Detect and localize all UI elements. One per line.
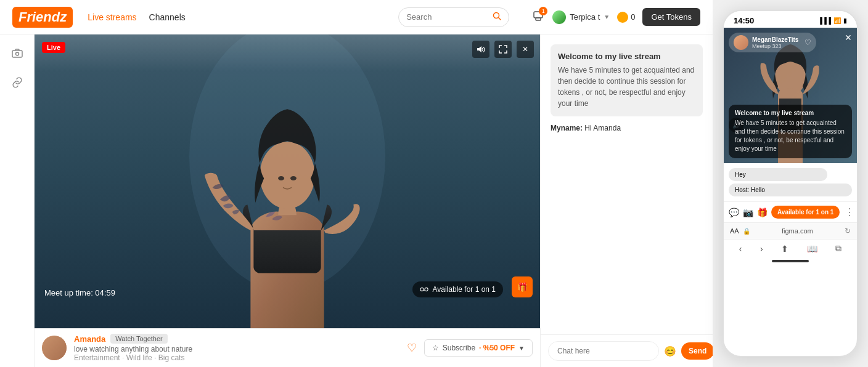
streamer-name-row: Amanda Watch Together — [74, 334, 399, 344]
streamer-info: Amanda Watch Together love watching anyt… — [74, 334, 399, 362]
phone-mockup: 14:50 ▐▐▐ 📶 ▮ — [723, 10, 858, 357]
chat-welcome-text: We have 5 minutes to get acquainted and … — [558, 65, 695, 109]
phone-gift-icon[interactable]: 🎁 — [757, 208, 768, 217]
phone-msg-hey: Hey — [729, 168, 827, 181]
phone-streamer-sub: Meetup 323 — [752, 43, 798, 49]
phone-speech-icon[interactable]: 💬 — [729, 208, 739, 217]
svg-point-7 — [260, 142, 314, 209]
nav-channels[interactable]: Channels — [149, 12, 186, 22]
watch-together-badge: Watch Together — [110, 334, 167, 344]
token-icon — [617, 12, 628, 23]
volume-button[interactable] — [472, 41, 489, 58]
chat-panel: Welcome to my live stream We have 5 minu… — [540, 34, 713, 367]
signal-icon: ▐▐▐ — [818, 17, 831, 24]
phone-forward-button[interactable]: › — [760, 244, 763, 254]
subscribe-discount: · %50 OFF — [479, 344, 515, 352]
video-container: Live ✕ — [35, 34, 540, 328]
phone-streamer-pill: MeganBlazeTits Meetup 323 ♡ — [729, 33, 816, 52]
chat-welcome: Welcome to my live stream We have 5 minu… — [551, 44, 703, 116]
phone-more-icon[interactable]: ⋮ — [845, 206, 854, 218]
phone-status-bar: 14:50 ▐▐▐ 📶 ▮ — [724, 11, 857, 28]
battery-icon: ▮ — [843, 17, 847, 24]
svg-point-8 — [278, 176, 284, 180]
nav-live-streams[interactable]: Live streams — [88, 12, 136, 22]
phone-browser-bar: AA 🔒 figma.com ↻ — [724, 222, 857, 239]
available-text: Available for 1 on 1 — [432, 285, 496, 294]
svg-line-1 — [499, 17, 501, 20]
phone-bookmarks-button[interactable]: 📖 — [807, 244, 817, 254]
emoji-button[interactable]: 😊 — [664, 345, 676, 357]
meet-up-time: Meet up time: 04:59 — [44, 288, 115, 297]
svg-point-9 — [290, 176, 297, 180]
phone-welcome-bubble: Welcome to my live stream We have 5 minu… — [729, 105, 852, 158]
svg-point-11 — [425, 288, 428, 291]
live-badge: Live — [42, 42, 65, 53]
send-button[interactable]: Send — [681, 342, 713, 360]
phone-chat-actions: 💬 📷 🎁 Available for 1 on 1 ⋮ — [724, 201, 857, 222]
phone-tabs-button[interactable]: ⧉ — [835, 243, 841, 254]
phone-share-button[interactable]: ⬆ — [781, 244, 788, 254]
streamer-bar: Amanda Watch Together love watching anyt… — [35, 328, 540, 367]
heart-button[interactable]: ♡ — [407, 341, 417, 355]
wifi-icon: 📶 — [833, 17, 841, 24]
chevron-down-icon: ▼ — [604, 14, 610, 20]
svg-point-10 — [420, 288, 424, 291]
header: Friendz Live streams Channels 1 — [0, 0, 713, 34]
phone-url-bar[interactable]: figma.com — [754, 227, 841, 235]
streamer-avatar — [42, 336, 67, 360]
phone-streamer-avatar — [734, 35, 748, 50]
chat-input[interactable] — [548, 341, 659, 361]
get-tokens-button[interactable]: Get Tokens — [642, 8, 700, 26]
search-input[interactable] — [406, 12, 488, 22]
phone-video-overlay: MeganBlazeTits Meetup 323 ♡ ✕ — [724, 28, 857, 57]
svg-rect-4 — [12, 50, 22, 57]
phone-msg-host: Host: Hello — [729, 184, 852, 196]
phone-streamer-info: MeganBlazeTits Meetup 323 — [752, 36, 798, 49]
header-right: 1 Terpica t ▼ 0 Get Tokens — [531, 8, 700, 26]
subscribe-button[interactable]: ☆ Subscribe · %50 OFF ▼ — [424, 339, 533, 357]
user-menu[interactable]: Terpica t ▼ — [552, 10, 610, 24]
phone-nav-bar: ‹ › ⬆ 📖 ⧉ — [724, 239, 857, 257]
user-name: Terpica t — [570, 12, 600, 22]
tokens-count: 0 — [617, 12, 635, 23]
streamer-name: Amanda — [74, 334, 105, 344]
svg-rect-3 — [536, 18, 541, 20]
chat-message: Myname: Hi Amanda — [551, 124, 703, 132]
phone-bubble-text: We have 5 minutes to get acquainted and … — [735, 119, 846, 153]
gift-button[interactable]: 🎁 — [512, 276, 533, 297]
video-section: Live ✕ — [35, 34, 540, 367]
chat-input-area: 😊 Send — [541, 334, 713, 367]
streamer-category: Entertainment · Wild life · Big cats — [74, 353, 399, 362]
video-controls-top: ✕ — [472, 41, 534, 58]
close-video-button[interactable]: ✕ — [517, 41, 534, 58]
chat-messages: Welcome to my live stream We have 5 minu… — [541, 34, 713, 334]
phone-back-button[interactable]: ‹ — [739, 244, 742, 254]
phone-close-button[interactable]: ✕ — [845, 33, 852, 42]
search-icon — [493, 12, 501, 23]
svg-point-5 — [15, 52, 18, 55]
logo[interactable]: Friendz — [12, 7, 73, 28]
star-icon: ☆ — [432, 344, 439, 352]
phone-bubble-title: Welcome to my live stream — [735, 110, 846, 116]
fullscreen-button[interactable] — [494, 41, 512, 58]
phone-status-icons: ▐▐▐ 📶 ▮ — [818, 17, 847, 24]
phone-available-button[interactable]: Available for 1 on 1 — [771, 206, 840, 219]
web-app: Friendz Live streams Channels 1 — [0, 0, 713, 367]
phone-text-size[interactable]: AA — [730, 227, 739, 235]
phone-video-icon[interactable]: 📷 — [743, 208, 753, 217]
phone-home-indicator — [772, 260, 809, 262]
camera-icon[interactable] — [9, 44, 26, 62]
chat-welcome-title: Welcome to my live stream — [558, 52, 695, 61]
phone-heart-icon: ♡ — [805, 38, 811, 47]
phone-video: MeganBlazeTits Meetup 323 ♡ ✕ 🔊 Welcome … — [724, 28, 857, 163]
chat-msg-name: Myname: — [551, 124, 583, 132]
link-icon[interactable] — [9, 74, 26, 91]
search-bar — [398, 7, 509, 27]
available-badge: Available for 1 on 1 — [412, 281, 503, 297]
content: Live ✕ — [0, 34, 713, 367]
phone-refresh-button[interactable]: ↻ — [845, 227, 851, 235]
user-avatar — [552, 10, 566, 24]
notifications-btn[interactable]: 1 — [531, 9, 545, 25]
streamer-desc: love watching anything about nature — [74, 345, 399, 353]
phone-chat-messages: Hey Host: Hello — [724, 163, 857, 201]
